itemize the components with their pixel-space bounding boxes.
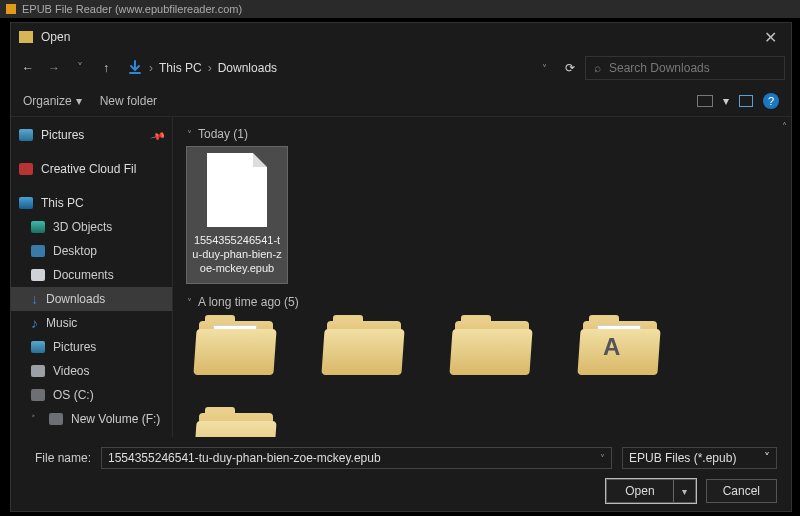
dialog-title-bar: Open ✕ [11,23,791,51]
nav-row: ← → ˅ ↑ › This PC › Downloads ˅ ⟳ ⌕ Sear… [11,51,791,85]
music-icon: ♪ [31,316,38,330]
search-placeholder: Search Downloads [609,61,710,75]
back-button[interactable]: ← [17,57,39,79]
folder-icon [191,315,283,379]
sidebar-item-pictures[interactable]: Pictures [11,335,172,359]
adobe-icon: A [603,333,620,361]
folder-item[interactable] [315,315,415,379]
forward-button[interactable]: → [43,57,65,79]
folder-icon [19,31,33,43]
app-icon [6,4,16,14]
sidebar-item-3d-objects[interactable]: 3D Objects [11,215,172,239]
cancel-button[interactable]: Cancel [706,479,777,503]
app-title-text: EPUB File Reader (www.epubfilereader.com… [22,3,242,15]
view-mode-button[interactable] [697,95,713,107]
3d-objects-icon [31,221,45,233]
folder-item[interactable] [187,315,287,379]
folder-icon [447,315,539,379]
close-button[interactable]: ✕ [758,28,783,47]
download-icon: ↓ [31,292,38,306]
chevron-down-icon: ▾ [76,94,82,108]
up-button[interactable]: ↑ [95,57,117,79]
chevron-down-icon[interactable]: ˅ [600,453,605,464]
help-button[interactable]: ? [763,93,779,109]
folder-icon [191,407,283,437]
dialog-footer: File name: 1554355246541-tu-duy-phan-bie… [11,437,791,515]
filename-label: File name: [25,451,91,465]
desktop-icon [31,245,45,257]
sidebar-item-videos[interactable]: Videos [11,359,172,383]
sidebar-item-os-c[interactable]: OS (C:) [11,383,172,407]
open-button[interactable]: Open ▾ [606,479,695,503]
app-title-bar: EPUB File Reader (www.epubfilereader.com… [0,0,800,18]
file-type-select[interactable]: EPUB Files (*.epub) ˅ [622,447,777,469]
body-area: Pictures 📌 Creative Cloud Fil This PC 3D… [11,117,791,437]
expand-icon[interactable]: ˃ [31,414,41,424]
sidebar-item-new-volume-f[interactable]: ˃ New Volume (F:) [11,407,172,431]
open-split-dropdown[interactable]: ▾ [674,480,695,502]
chevron-down-icon: ˅ [764,451,770,465]
breadcrumb-this-pc[interactable]: This PC [159,61,202,75]
sidebar-item-desktop[interactable]: Desktop [11,239,172,263]
chevron-down-icon: ˅ [187,297,192,308]
toolbar: Organize ▾ New folder ▾ ? [11,85,791,117]
recent-locations-button[interactable]: ˅ [69,57,91,79]
dialog-title: Open [41,30,70,44]
group-header-today[interactable]: ˅ Today (1) [187,127,777,141]
documents-icon [31,269,45,281]
new-folder-button[interactable]: New folder [100,94,157,108]
drive-icon [31,389,45,401]
search-icon: ⌕ [594,61,601,75]
pictures-icon [19,129,33,141]
creative-cloud-icon [19,163,33,175]
breadcrumb-downloads[interactable]: Downloads [218,61,277,75]
chevron-right-icon: › [208,61,212,75]
file-name-label: 1554355246541-tu-duy-phan-bien-zoe-mckey… [191,233,283,275]
pin-icon: 📌 [150,127,166,143]
breadcrumb-dropdown[interactable]: ˅ [542,63,547,74]
open-dialog: Open ✕ ← → ˅ ↑ › This PC › Downloads ˅ ⟳… [10,22,792,512]
file-list[interactable]: ˄ ˅ Today (1) 1554355246541-tu-duy-phan-… [173,117,791,437]
pc-icon [19,197,33,209]
search-input[interactable]: ⌕ Search Downloads [585,56,785,80]
drive-icon [49,413,63,425]
sidebar-item-creative-cloud[interactable]: Creative Cloud Fil [11,157,172,181]
filename-input[interactable]: 1554355246541-tu-duy-phan-bien-zoe-mckey… [101,447,612,469]
folder-item[interactable]: A [571,315,671,379]
organize-button[interactable]: Organize ▾ [23,94,82,108]
sidebar-item-pictures-quick[interactable]: Pictures 📌 [11,123,172,147]
sidebar-item-downloads[interactable]: ↓ Downloads [11,287,172,311]
scroll-up-icon[interactable]: ˄ [782,121,787,132]
group-header-long-ago[interactable]: ˅ A long time ago (5) [187,295,777,309]
folder-icon: A [575,315,667,379]
folder-icon [319,315,411,379]
file-thumbnail-icon [207,153,267,227]
file-item-epub[interactable]: 1554355246541-tu-duy-phan-bien-zoe-mckey… [187,147,287,283]
folder-item[interactable] [443,315,543,379]
pictures-icon [31,341,45,353]
sidebar-item-documents[interactable]: Documents [11,263,172,287]
download-arrow-icon [127,60,143,76]
chevron-down-icon[interactable]: ▾ [723,94,729,108]
preview-pane-button[interactable] [739,95,753,107]
chevron-down-icon: ˅ [187,129,192,140]
folder-item[interactable] [187,407,287,437]
sidebar: Pictures 📌 Creative Cloud Fil This PC 3D… [11,117,173,437]
breadcrumb[interactable]: › This PC › Downloads ˅ [121,60,555,76]
sidebar-item-music[interactable]: ♪ Music [11,311,172,335]
sidebar-item-this-pc[interactable]: This PC [11,191,172,215]
videos-icon [31,365,45,377]
chevron-right-icon: › [149,61,153,75]
refresh-button[interactable]: ⟳ [559,61,581,75]
